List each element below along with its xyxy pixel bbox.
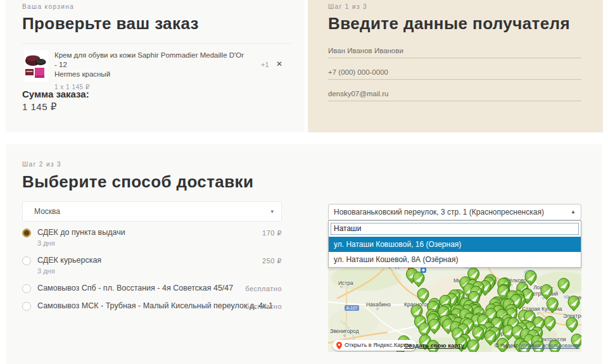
chevron-down-icon: ▾ — [270, 202, 274, 221]
pickup-point-search-input[interactable]: Наташи — [331, 223, 579, 235]
product-name-line2: Hermes красный — [54, 70, 244, 79]
product-image — [24, 50, 48, 82]
cart-panel: Ваша корзина Проверьте ваш заказ Крем дл… — [5, 0, 305, 132]
quantity-badge[interactable]: +1 — [261, 61, 269, 68]
copyright-text: © Яндекс — [495, 342, 518, 349]
map-town-dot — [543, 298, 545, 299]
divider — [22, 43, 292, 44]
map-attribution: © Яндекс Условия использования — [495, 342, 580, 349]
delivery-option-cdek-courier[interactable]: СДЕК курьерская 3 дня 250 ₽ — [22, 256, 282, 275]
city-select-value: Москва — [34, 207, 60, 216]
product-info: Крем для обуви из кожи Saphir Pommadier … — [54, 51, 244, 92]
recipient-title: Введите данные получателя — [328, 14, 570, 34]
create-map-link[interactable]: Создать свою карту — [404, 342, 464, 349]
delivery-option-cdek-pickup[interactable]: СДЕК до пункта выдачи 3 дня 170 ₽ — [22, 228, 282, 247]
option-price: 170 ₽ — [262, 229, 282, 237]
step-indicator: Шаг 2 из 3 — [22, 161, 61, 168]
city-select[interactable]: Москва ▾ — [22, 201, 282, 222]
delivery-title: Выберите способ доставки — [22, 172, 253, 192]
pickup-point-select-value: Нововаганьковский переулок, 3 стр. 1 (Кр… — [334, 208, 544, 217]
chevron-up-icon: ▲ — [571, 204, 576, 220]
road-badge: А-107 — [345, 305, 359, 311]
terms-link[interactable]: Условия использования — [520, 342, 580, 349]
product-name-line1: Крем для обуви из кожи Saphir Pommadier … — [54, 51, 244, 70]
order-total-label: Сумма заказа: — [22, 89, 89, 99]
cart-title: Проверьте ваш заказ — [22, 14, 199, 34]
phone-field[interactable]: +7 (000) 000-0000 — [328, 66, 581, 80]
map-town-label: Истра — [338, 280, 353, 286]
option-price: 250 ₽ — [262, 257, 282, 265]
map-town-dot — [344, 335, 346, 337]
email-field[interactable]: densky07@mail.ru — [328, 87, 581, 101]
pickup-point-dropdown: Наташи ул. Наташи Ковшовой, 16 (Озерная)… — [328, 220, 581, 268]
yandex-maps-pin-icon — [336, 342, 342, 349]
map-town-dot — [511, 284, 513, 286]
order-total-value: 1 145 ₽ — [22, 101, 57, 113]
dropdown-option[interactable]: ул. Наташи Ковшовой, 16 (Озерная) — [329, 237, 581, 252]
delivery-panel: Шаг 2 из 3 Выберите способ доставки Моск… — [6, 144, 602, 364]
map-town-label: Нахабино — [366, 301, 391, 308]
map-town-label: Звенигород — [330, 328, 359, 334]
dropdown-option[interactable]: ул. Наташи Кошевой, 8А (Озёрная) — [329, 252, 581, 267]
pickup-points-map[interactable]: А-107 ЗеленоградИстраМытищиЩёлковоЛосино… — [328, 265, 581, 352]
recipient-panel: Шаг 1 из 3 Введите данные получателя Ива… — [308, 0, 603, 132]
remove-item-icon[interactable]: ✕ — [276, 60, 282, 68]
step-indicator: Шаг 1 из 3 — [328, 3, 367, 10]
option-price: бесплатно — [245, 285, 282, 292]
radio-icon[interactable] — [22, 256, 31, 265]
delivery-option-pickup-spb[interactable]: Самовывоз Спб - пл. Восстания - 4я Совет… — [22, 284, 282, 292]
map-town-dot — [341, 286, 343, 288]
pickup-point-select[interactable]: Нововаганьковский переулок, 3 стр. 1 (Кр… — [328, 204, 581, 220]
radio-icon[interactable] — [22, 284, 31, 293]
pickup-point-pin[interactable] — [467, 340, 479, 352]
name-field[interactable]: Иван Иванов Иванови — [328, 44, 581, 58]
cart-eyebrow: Ваша корзина — [22, 3, 74, 10]
option-price: бесплатно — [245, 303, 282, 310]
map-town-dot — [538, 313, 540, 315]
svg-text:А-107: А-107 — [346, 306, 358, 310]
radio-selected-icon[interactable] — [22, 229, 31, 237]
delivery-option-pickup-msk[interactable]: Самовывоз МСК - Трубная - Малый Кисельны… — [22, 301, 282, 310]
map-town-dot — [377, 308, 379, 310]
radio-icon[interactable] — [22, 302, 31, 311]
